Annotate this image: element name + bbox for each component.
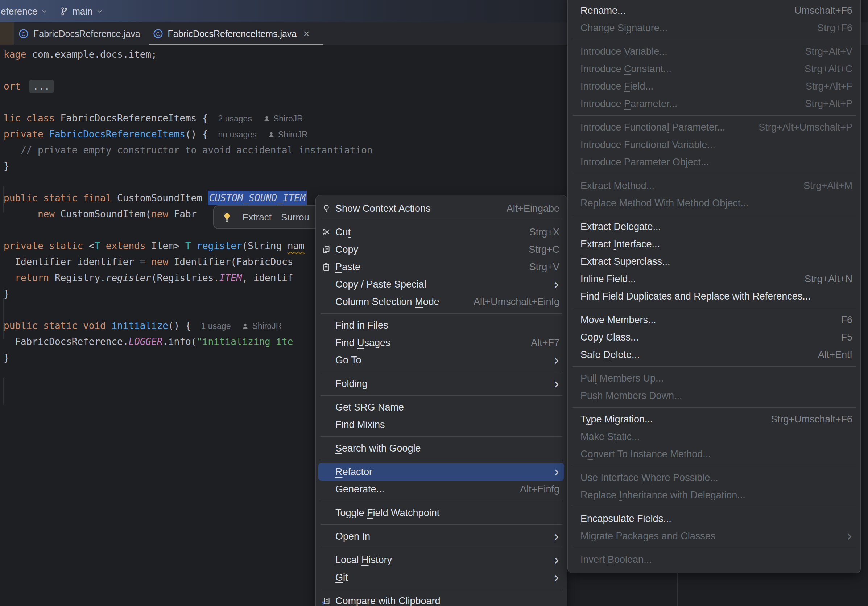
menu-item-find-usages[interactable]: Find UsagesAlt+F7 bbox=[316, 334, 567, 352]
menu-item-label: Introduce Parameter Object... bbox=[580, 157, 709, 168]
menu-item-find-field-duplicates-and-replace-with-references[interactable]: Find Field Duplicates and Replace with R… bbox=[568, 288, 860, 305]
menu-item-introduce-constant[interactable]: Introduce Constant...Strg+Alt+C bbox=[568, 60, 860, 77]
menu-item-invert-boolean[interactable]: Invert Boolean... bbox=[568, 551, 860, 568]
menu-item-copy[interactable]: CopyStrg+C bbox=[316, 241, 567, 258]
menu-item-search-with-google[interactable]: Search with Google bbox=[316, 440, 567, 457]
menu-item-inline-field[interactable]: Inline Field...Strg+Alt+N bbox=[568, 270, 860, 288]
scissors-icon bbox=[321, 227, 332, 237]
menu-item-use-interface-where-possible[interactable]: Use Interface Where Possible... bbox=[568, 469, 860, 486]
menu-item-get-srg-name[interactable]: Get SRG Name bbox=[316, 398, 567, 416]
menu-item-make-static[interactable]: Make Static... bbox=[568, 428, 860, 445]
menu-item-replace-method-with-method-object[interactable]: Replace Method With Method Object... bbox=[568, 194, 860, 212]
project-panel-edge[interactable] bbox=[0, 22, 14, 45]
menu-item-label: Extract Method... bbox=[580, 180, 654, 192]
menu-item-label: Find Field Duplicates and Replace with R… bbox=[580, 291, 811, 302]
menu-item-extract-delegate[interactable]: Extract Delegate... bbox=[568, 218, 860, 236]
menu-item-label: Find in Files bbox=[335, 320, 388, 331]
code-token bbox=[191, 240, 197, 251]
project-widget[interactable]: eference bbox=[1, 6, 48, 17]
usages-inlay[interactable]: 1 usage bbox=[201, 321, 231, 331]
code-line[interactable]: public static final CustomSoundItem CUST… bbox=[4, 190, 307, 206]
menu-item-type-migration[interactable]: Type Migration...Strg+Umschalt+F6 bbox=[568, 411, 860, 428]
menu-item-toggle-field-watchpoint[interactable]: Toggle Field Watchpoint bbox=[316, 504, 567, 521]
code-line[interactable]: } bbox=[4, 350, 9, 366]
close-icon[interactable]: × bbox=[303, 28, 310, 39]
menu-item-icon-slot bbox=[321, 572, 332, 583]
menu-item-paste[interactable]: PasteStrg+V bbox=[316, 258, 567, 276]
menu-item-column-selection-mode[interactable]: Column Selection ModeAlt+Umschalt+Einfg bbox=[316, 293, 567, 310]
code-line[interactable]: private FabricDocsReferenceItems() {no u… bbox=[4, 126, 308, 142]
menu-item-generate[interactable]: Generate...Alt+Einfg bbox=[316, 480, 567, 498]
code-token: new bbox=[38, 209, 55, 219]
menu-item-show-context-actions[interactable]: Show Context ActionsAlt+Eingabe bbox=[316, 200, 567, 217]
menu-item-find-in-files[interactable]: Find in Files bbox=[316, 316, 567, 334]
code-line[interactable]: // private empty constructor to avoid ac… bbox=[4, 142, 372, 158]
menu-item-folding[interactable]: Folding› bbox=[316, 375, 567, 392]
menu-item-extract-interface[interactable]: Extract Interface... bbox=[568, 236, 860, 253]
menu-item-migrate-packages-and-classes[interactable]: Migrate Packages and Classes› bbox=[568, 527, 860, 545]
menu-separator bbox=[321, 220, 562, 220]
code-line[interactable]: return Registry.register(Registries.ITEM… bbox=[4, 270, 293, 286]
menu-item-label: Make Static... bbox=[580, 431, 640, 442]
menu-item-replace-inheritance-with-delegation[interactable]: Replace Inheritance with Delegation... bbox=[568, 486, 860, 504]
usages-inlay[interactable]: no usages bbox=[218, 130, 257, 139]
menu-item-shortcut: Strg+Alt+V bbox=[805, 46, 852, 57]
code-token: T bbox=[185, 240, 191, 251]
menu-item-convert-to-instance-method[interactable]: Convert To Instance Method... bbox=[568, 445, 860, 463]
code-token: LOGGER bbox=[129, 336, 163, 347]
menu-item-local-history[interactable]: Local History› bbox=[316, 551, 567, 569]
menu-item-shortcut: Strg+Alt+C bbox=[804, 64, 852, 75]
menu-item-find-mixins[interactable]: Find Mixins bbox=[316, 416, 567, 433]
menu-item-go-to[interactable]: Go To› bbox=[316, 352, 567, 369]
editor-context-menu: Show Context ActionsAlt+EingabeCutStrg+X… bbox=[315, 195, 567, 606]
usages-inlay[interactable]: 2 usages bbox=[218, 114, 252, 123]
intention-action-surround[interactable]: Surrou bbox=[281, 212, 309, 223]
active-tab-underline bbox=[149, 43, 323, 45]
menu-item-introduce-parameter-object[interactable]: Introduce Parameter Object... bbox=[568, 153, 860, 171]
menu-item-compare-with-clipboard[interactable]: Compare with Clipboard bbox=[316, 592, 567, 606]
menu-item-introduce-functional-variable[interactable]: Introduce Functional Variable... bbox=[568, 136, 860, 153]
menu-item-rename[interactable]: Rename...Umschalt+F6 bbox=[568, 2, 860, 19]
menu-item-copy-class[interactable]: Copy Class...F5 bbox=[568, 329, 860, 346]
code-token: register bbox=[197, 240, 242, 251]
code-line[interactable]: lic class FabricDocsReferenceItems {2 us… bbox=[4, 110, 303, 126]
code-line[interactable]: Identifier identifier = new Identifier(F… bbox=[4, 254, 293, 270]
code-line[interactable]: } bbox=[4, 286, 9, 302]
menu-item-encapsulate-fields[interactable]: Encapsulate Fields... bbox=[568, 510, 860, 527]
menu-item-introduce-field[interactable]: Introduce Field...Strg+Alt+F bbox=[568, 77, 860, 95]
code-line[interactable]: public static void initialize() {1 usage… bbox=[4, 318, 282, 334]
menu-item-introduce-parameter[interactable]: Introduce Parameter...Strg+Alt+P bbox=[568, 95, 860, 112]
code-token bbox=[4, 272, 15, 283]
tab-title: FabricDocsReference.java bbox=[33, 29, 140, 39]
tab-fabricdocsreferenceitems-java[interactable]: C FabricDocsReferenceItems.java × bbox=[148, 22, 318, 45]
code-token bbox=[4, 209, 38, 219]
code-line[interactable]: } bbox=[4, 158, 9, 174]
menu-item-extract-superclass[interactable]: Extract Superclass... bbox=[568, 253, 860, 270]
menu-item-refactor[interactable]: Refactor› bbox=[318, 463, 564, 480]
menu-item-move-members[interactable]: Move Members...F6 bbox=[568, 311, 860, 329]
menu-separator bbox=[572, 407, 856, 408]
menu-item-copy-paste-special[interactable]: Copy / Paste Special› bbox=[316, 276, 567, 293]
menu-item-change-signature[interactable]: Change Signature...Strg+F6 bbox=[568, 19, 860, 37]
intention-action-extract[interactable]: Extract bbox=[242, 212, 271, 223]
menu-item-open-in[interactable]: Open In› bbox=[316, 528, 567, 545]
author-inlay: ShiroJR bbox=[273, 114, 303, 123]
code-line[interactable]: kage com.example.docs.item; bbox=[4, 46, 157, 62]
code-line[interactable]: private static <T extends Item> T regist… bbox=[4, 238, 305, 254]
menu-item-cut[interactable]: CutStrg+X bbox=[316, 223, 567, 241]
code-line[interactable]: ort ... bbox=[4, 78, 54, 94]
vcs-branch-widget[interactable]: main bbox=[59, 6, 103, 17]
tab-fabricdocsreference-java[interactable]: C FabricDocsReference.java bbox=[14, 22, 148, 45]
java-class-icon: C bbox=[18, 28, 29, 39]
lightbulb-icon[interactable] bbox=[221, 211, 233, 223]
menu-item-push-members-down[interactable]: Push Members Down... bbox=[568, 387, 860, 405]
code-line[interactable]: FabricDocsReference.LOGGER.info("initial… bbox=[4, 334, 293, 350]
folded-imports-placeholder[interactable]: ... bbox=[29, 80, 54, 93]
menu-item-safe-delete[interactable]: Safe Delete...Alt+Entf bbox=[568, 346, 860, 363]
menu-item-git[interactable]: Git› bbox=[316, 569, 567, 586]
menu-item-extract-method[interactable]: Extract Method...Strg+Alt+M bbox=[568, 177, 860, 194]
menu-item-introduce-variable[interactable]: Introduce Variable...Strg+Alt+V bbox=[568, 43, 860, 60]
code-line[interactable]: new CustomSoundItem(new Fabr bbox=[4, 206, 197, 222]
menu-item-pull-members-up[interactable]: Pull Members Up... bbox=[568, 370, 860, 387]
menu-item-introduce-functional-parameter[interactable]: Introduce Functional Parameter...Strg+Al… bbox=[568, 119, 860, 136]
